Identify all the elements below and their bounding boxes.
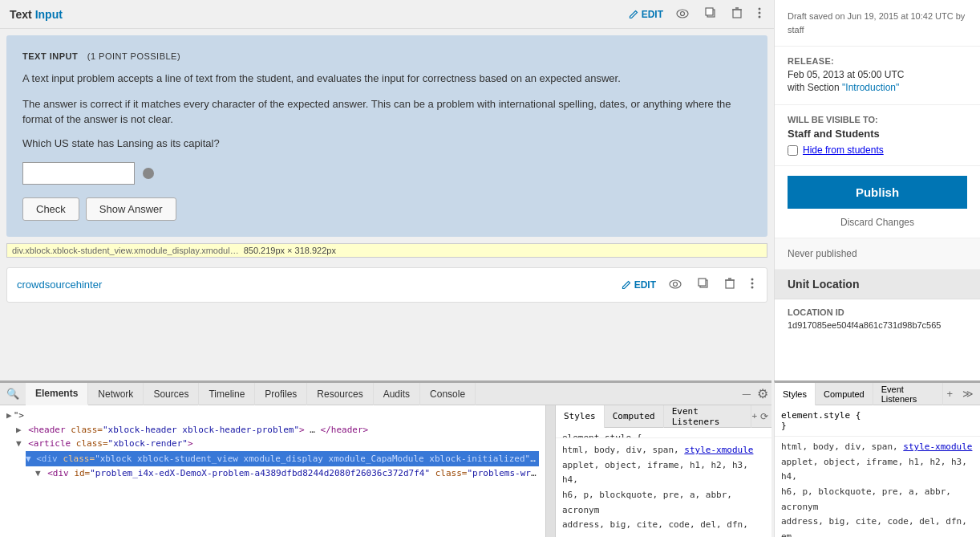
hint-trash-icon <box>725 278 735 289</box>
devtools-tab-sources[interactable]: Sources <box>144 383 199 405</box>
block-header: Text Input EDIT <box>0 0 774 29</box>
eye-icon <box>676 9 689 18</box>
visibility-section: WILL BE VISIBLE TO: Staff and Students H… <box>775 105 980 166</box>
devtools-tab-resources[interactable]: Resources <box>307 383 373 405</box>
bottom-styles-add-icon[interactable]: + <box>943 386 956 401</box>
location-id-section: LOCATION ID 1d917085ee504f4a861c731d98b7… <box>775 299 980 338</box>
devtools-tab-profiles[interactable]: Profiles <box>255 383 307 405</box>
hint-visibility-btn[interactable] <box>666 276 685 294</box>
styles-panel: Styles Computed Event Listeners + ⟳ elem… <box>555 405 771 537</box>
hide-from-students-checkbox[interactable] <box>788 145 798 156</box>
svg-rect-14 <box>726 280 734 288</box>
ellipsis-icon <box>758 7 761 18</box>
styles-content: element.style { } <box>556 428 771 437</box>
devtools-panel: 🔍 Elements Network Sources Timeline Prof… <box>0 380 771 537</box>
draft-info-section: Draft saved on Jun 19, 2015 at 10:42 UTC… <box>775 0 980 47</box>
hint-copy-btn[interactable] <box>695 276 712 294</box>
header-actions: EDIT <box>629 6 764 23</box>
bottom-styles-tabs: Styles Computed Event Listeners + ≫ <box>775 383 980 405</box>
check-indicator <box>143 168 154 179</box>
title-input-text: Input <box>35 8 63 21</box>
svg-point-19 <box>751 286 754 288</box>
bottom-styles-tab-event-listeners[interactable]: Event Listeners <box>873 383 944 405</box>
svg-point-7 <box>759 7 761 10</box>
block-title: Text Input <box>10 8 63 21</box>
more-actions-btn[interactable] <box>755 6 764 23</box>
svg-point-1 <box>681 11 685 15</box>
devtools-tabs: 🔍 Elements Network Sources Timeline Prof… <box>0 383 771 405</box>
copy-icon-btn[interactable] <box>702 6 719 23</box>
devtools-dock-btn[interactable]: ⸻ <box>739 388 754 401</box>
hint-copy-icon <box>698 278 709 289</box>
bottom-styles-more-icon[interactable]: ≫ <box>959 386 977 401</box>
svg-rect-3 <box>706 8 713 15</box>
svg-rect-13 <box>699 279 706 286</box>
hide-from-students-link[interactable]: Hide from students <box>803 144 884 156</box>
hint-delete-btn[interactable] <box>722 276 738 294</box>
bottom-styles-tab-computed[interactable]: Computed <box>816 383 873 405</box>
devtools-tab-elements[interactable]: Elements <box>26 383 88 405</box>
problem-desc-2: The answer is correct if it matches ever… <box>22 96 751 128</box>
html-line-2: ▶ <header class="xblock-header xblock-he… <box>16 423 539 437</box>
html-line-3: ▼ <article class="xblock-render"> <box>16 437 539 451</box>
delete-icon-btn[interactable] <box>729 6 745 23</box>
show-answer-button[interactable]: Show Answer <box>86 197 176 221</box>
devtools-right-styles: Styles Computed Event Listeners + ≫ elem… <box>774 380 980 537</box>
publish-section: Publish Discard Changes <box>775 166 980 238</box>
styles-tab-styles[interactable]: Styles <box>556 405 605 428</box>
styles-refresh-icon[interactable]: ⟳ <box>760 411 768 422</box>
hint-edit-icon <box>622 280 631 290</box>
bottom-styles-content: element.style { } <box>775 405 980 436</box>
bottom-styles-rule-end: } <box>781 421 974 431</box>
devtools-tab-network[interactable]: Network <box>88 383 144 405</box>
button-row: Check Show Answer <box>22 197 751 221</box>
visibility-value: Staff and Students <box>788 128 967 140</box>
hint-edit-button[interactable]: EDIT <box>622 279 656 291</box>
answer-input[interactable] <box>22 162 135 185</box>
devtools-tab-audits[interactable]: Audits <box>374 383 420 405</box>
release-section-info: with Section "Introduction" <box>788 82 967 93</box>
copy-icon <box>705 7 716 18</box>
devtools-tab-timeline[interactable]: Timeline <box>199 383 255 405</box>
answer-input-row <box>22 162 751 185</box>
release-date: Feb 05, 2013 at 05:00 UTC <box>788 69 967 80</box>
section-link[interactable]: "Introduction" <box>842 82 899 93</box>
publish-button[interactable]: Publish <box>788 176 967 209</box>
crowdsourcehinter-title: crowdsourcehinter <box>17 279 102 291</box>
devtools-settings-btn[interactable]: ⚙ <box>754 384 771 403</box>
bottom-styles-tab-styles[interactable]: Styles <box>775 383 816 405</box>
discard-changes-button[interactable]: Discard Changes <box>788 214 967 231</box>
title-text: Text <box>10 8 35 21</box>
hint-more-btn[interactable] <box>747 276 757 294</box>
html-line-sub1: ▼ <div id="problem_i4x-edX-DemoX-problem… <box>35 466 539 481</box>
problem-question: Which US state has Lansing as its capita… <box>22 137 751 149</box>
problem-content: TEXT INPUT (1 point possible) A text inp… <box>6 35 767 237</box>
hint-eye-icon <box>669 279 682 289</box>
right-panel: Draft saved on Jun 19, 2015 at 10:42 UTC… <box>774 0 980 380</box>
styles-tab-computed[interactable]: Computed <box>605 405 664 428</box>
visibility-label: WILL BE VISIBLE TO: <box>788 115 967 124</box>
unit-location-header: Unit Location <box>775 270 980 299</box>
svg-rect-4 <box>733 10 741 18</box>
crowdsourcehinter-block: crowdsourcehinter EDIT <box>6 267 767 303</box>
styles-add-rule-icon[interactable]: + <box>751 411 757 421</box>
styles-tabs: Styles Computed Event Listeners + ⟳ <box>556 405 771 428</box>
hide-from-students-row: Hide from students <box>788 144 967 156</box>
html-line-selected[interactable]: ▼ <div class="xblock xblock-student_view… <box>26 451 539 467</box>
devtools-tab-console[interactable]: Console <box>420 383 476 405</box>
css-tags-list: html, body, div, span, style-xmodule app… <box>556 437 771 537</box>
svg-point-0 <box>677 10 688 18</box>
bottom-styles-rule: element.style { <box>781 410 974 421</box>
edit-button[interactable]: EDIT <box>629 9 663 20</box>
styles-tab-event-listeners[interactable]: Event Listeners <box>664 405 752 428</box>
visibility-icon-btn[interactable] <box>673 6 692 23</box>
check-button[interactable]: Check <box>22 197 79 221</box>
problem-desc-1: A text input problem accepts a line of t… <box>22 71 751 87</box>
release-label: RELEASE: <box>788 56 967 66</box>
svg-point-18 <box>751 282 754 284</box>
devtools-html[interactable]: ▶"> ▶ <header class="xblock-header xbloc… <box>0 405 545 537</box>
devtools-search-btn[interactable]: 🔍 <box>0 384 26 403</box>
release-section: RELEASE: Feb 05, 2013 at 05:00 UTC with … <box>775 47 980 105</box>
location-id-label: LOCATION ID <box>788 307 967 317</box>
devtools-scrollbar[interactable] <box>545 405 555 537</box>
